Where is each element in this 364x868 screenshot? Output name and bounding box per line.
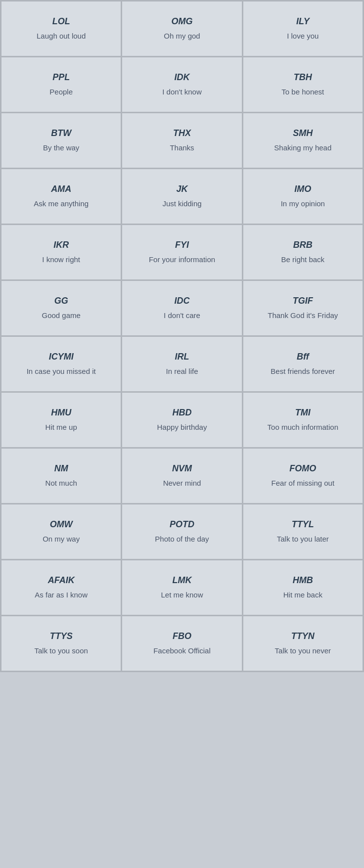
acronym-label: TMI <box>295 408 311 418</box>
list-item: TMIToo much information <box>243 393 363 447</box>
acronym-label: THX <box>173 128 191 138</box>
acronym-label: SMH <box>293 128 313 138</box>
acronym-meaning: For your information <box>149 254 215 265</box>
acronym-label: POTD <box>170 519 194 530</box>
acronym-label: GG <box>54 296 68 306</box>
acronym-meaning: In case you missed it <box>27 366 96 376</box>
acronym-label: OMW <box>50 519 73 530</box>
acronym-meaning: As far as I know <box>35 590 88 600</box>
acronym-meaning: Thanks <box>170 142 194 153</box>
acronym-label: LMK <box>172 575 191 586</box>
list-item: FBOFacebook Official <box>122 616 241 671</box>
acronym-label: AMA <box>51 184 71 194</box>
list-item: IDKI don't know <box>122 57 241 112</box>
acronym-label: HBD <box>172 408 191 418</box>
list-item: JKJust kidding <box>122 169 241 224</box>
acronym-meaning: Talk to you never <box>275 645 331 656</box>
acronym-label: NVM <box>172 463 192 474</box>
acronym-label: BTW <box>51 128 71 138</box>
acronym-label: FYI <box>175 240 189 250</box>
acronym-label: TGIF <box>293 296 313 306</box>
acronym-meaning: I don't care <box>164 310 200 320</box>
acronym-meaning: Never mind <box>163 478 201 488</box>
acronym-meaning: By the way <box>43 142 79 153</box>
acronym-label: IKR <box>53 240 69 250</box>
acronym-meaning: Hit me back <box>283 590 322 600</box>
list-item: ILYI love you <box>243 1 363 56</box>
acronym-label: AFAIK <box>48 575 75 586</box>
list-item: IKRI know right <box>1 225 121 279</box>
acronym-meaning: Thank God it's Friday <box>268 310 338 320</box>
acronym-meaning: Not much <box>46 478 77 488</box>
acronym-meaning: Laugh out loud <box>37 31 86 41</box>
list-item: TGIFThank God it's Friday <box>243 281 363 335</box>
acronym-meaning: Fear of missing out <box>272 478 335 488</box>
acronym-label: TBH <box>294 72 312 83</box>
list-item: BTWBy the way <box>1 113 121 168</box>
acronym-label: IMO <box>294 184 311 194</box>
acronym-label: FOMO <box>289 463 316 474</box>
acronym-label: LOL <box>52 16 70 27</box>
acronym-meaning: In my opinion <box>281 198 325 209</box>
list-item: TBHTo be honest <box>243 57 363 112</box>
acronym-meaning: To be honest <box>281 87 324 97</box>
acronym-label: Bff <box>297 352 309 362</box>
list-item: PPLPeople <box>1 57 121 112</box>
acronym-label: TTYN <box>291 631 315 641</box>
acronym-label: TTYL <box>292 519 314 530</box>
list-item: TTYSTalk to you soon <box>1 616 121 671</box>
acronym-meaning: Talk to you soon <box>34 645 88 656</box>
acronym-meaning: Good game <box>42 310 80 320</box>
acronym-meaning: Happy birthday <box>157 422 207 432</box>
acronym-meaning: Photo of the day <box>155 534 209 544</box>
list-item: AMAAsk me anything <box>1 169 121 224</box>
acronym-label: FBO <box>173 631 191 641</box>
acronym-meaning: I don't know <box>162 87 202 97</box>
list-item: GGGood game <box>1 281 121 335</box>
acronym-label: IDC <box>174 296 189 306</box>
acronym-meaning: Hit me up <box>46 422 77 432</box>
acronym-meaning: Ask me anything <box>34 198 89 209</box>
list-item: BffBest friends forever <box>243 337 363 391</box>
acronym-label: ILY <box>296 16 310 27</box>
acronym-meaning: Be right back <box>281 254 325 265</box>
list-item: OMWOn my way <box>1 504 121 559</box>
acronym-meaning: I love you <box>287 31 318 41</box>
acronym-meaning: I know right <box>42 254 80 265</box>
acronym-meaning: Oh my god <box>164 31 200 41</box>
list-item: FYIFor your information <box>122 225 241 279</box>
list-item: LOLLaugh out loud <box>1 1 121 56</box>
acronym-meaning: Talk to you later <box>277 534 329 544</box>
list-item: ICYMIIn case you missed it <box>1 337 121 391</box>
list-item: OMGOh my god <box>122 1 241 56</box>
list-item: TTYLTalk to you later <box>243 504 363 559</box>
list-item: NVMNever mind <box>122 449 241 503</box>
list-item: LMKLet me know <box>122 560 241 615</box>
acronym-meaning: Shaking my head <box>274 142 331 153</box>
acronym-meaning: Too much information <box>268 422 338 432</box>
acronym-meaning: People <box>49 87 73 97</box>
acronym-label: IDK <box>174 72 189 83</box>
list-item: POTDPhoto of the day <box>122 504 241 559</box>
list-item: HMUHit me up <box>1 393 121 447</box>
acronym-label: NM <box>54 463 68 474</box>
list-item: HBDHappy birthday <box>122 393 241 447</box>
list-item: IMOIn my opinion <box>243 169 363 224</box>
acronym-meaning: Best friends forever <box>271 366 335 376</box>
acronym-label: TTYS <box>50 631 73 641</box>
list-item: FOMOFear of missing out <box>243 449 363 503</box>
list-item: AFAIKAs far as I know <box>1 560 121 615</box>
list-item: IDCI don't care <box>122 281 241 335</box>
acronym-label: ICYMI <box>49 352 74 362</box>
acronym-meaning: Facebook Official <box>153 645 211 656</box>
acronym-meaning: On my way <box>43 534 80 544</box>
acronym-meaning: In real life <box>166 366 198 376</box>
acronym-label: JK <box>176 184 187 194</box>
acronym-label: HMB <box>293 575 313 586</box>
acronym-meaning: Just kidding <box>162 198 201 209</box>
list-item: TTYNTalk to you never <box>243 616 363 671</box>
list-item: SMHShaking my head <box>243 113 363 168</box>
acronym-grid: LOLLaugh out loudOMGOh my godILYI love y… <box>0 0 364 672</box>
list-item: THXThanks <box>122 113 241 168</box>
list-item: NMNot much <box>1 449 121 503</box>
